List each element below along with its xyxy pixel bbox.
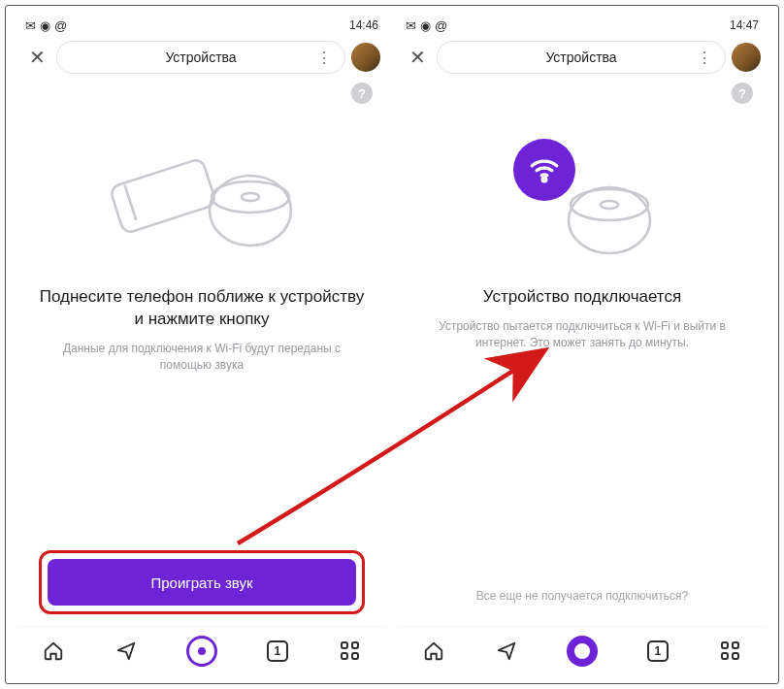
tabs-count: 1: [654, 644, 661, 658]
illustration-phone-speaker: [39, 123, 365, 269]
status-bar: ✉ ◉ @ 14:47: [398, 15, 767, 36]
subtext: Данные для подключения к Wi-Fi будут пер…: [39, 341, 365, 374]
svg-point-3: [212, 181, 289, 213]
at-icon: @: [54, 18, 67, 33]
title-pill[interactable]: Устройства ⋮: [56, 41, 345, 74]
status-left-icons: ✉ ◉ @: [25, 18, 67, 33]
illustration-wifi-speaker: [419, 123, 745, 269]
help-icon[interactable]: ?: [732, 82, 753, 104]
status-bar: ✉ ◉ @ 14:46: [17, 15, 386, 36]
menu-grid-icon[interactable]: [718, 639, 743, 664]
header-bar: ✕ Устройства ⋮: [17, 36, 386, 79]
troubleshoot-link[interactable]: Все еще не получается подключиться?: [419, 589, 745, 603]
avatar[interactable]: [732, 43, 761, 72]
menu-grid-icon[interactable]: [338, 639, 363, 664]
at-icon: @: [435, 18, 447, 33]
heading: Устройство подключается: [419, 286, 745, 309]
whatsapp-icon: ◉: [420, 18, 431, 33]
home-icon[interactable]: [41, 639, 66, 664]
svg-rect-0: [110, 158, 217, 234]
mail-icon: ✉: [406, 18, 416, 33]
alice-icon[interactable]: [567, 636, 598, 667]
play-sound-label: Проиграть звук: [150, 574, 252, 591]
bottom-nav: 1: [398, 626, 767, 674]
close-button[interactable]: ✕: [23, 44, 50, 71]
play-sound-button[interactable]: Проиграть звук: [48, 559, 356, 606]
phone-screen-left: ✉ ◉ @ 14:46 ✕ Устройства ⋮ ? Поднесите т…: [17, 15, 386, 674]
svg-point-5: [542, 178, 546, 181]
content-area: ? Поднесите телефон поближе к устройству…: [17, 79, 386, 626]
alice-icon[interactable]: [186, 636, 217, 667]
whatsapp-icon: ◉: [40, 18, 50, 33]
tabs-icon[interactable]: 1: [645, 639, 670, 664]
content-area: ? Устройство подключается Устройство пыт…: [398, 79, 767, 626]
status-left-icons: ✉ ◉ @: [406, 18, 447, 33]
subtext: Устройство пытается подключиться к Wi-Fi…: [419, 318, 745, 351]
bottom-nav: 1: [17, 626, 386, 674]
send-icon[interactable]: [494, 639, 519, 664]
home-icon[interactable]: [421, 639, 446, 664]
close-button[interactable]: ✕: [404, 44, 431, 71]
svg-point-4: [242, 193, 259, 201]
avatar[interactable]: [351, 43, 380, 72]
mail-icon: ✉: [25, 18, 36, 33]
svg-point-7: [571, 189, 648, 220]
clock: 14:46: [349, 18, 378, 32]
page-title: Устройства: [545, 49, 616, 65]
more-icon[interactable]: ⋮: [697, 49, 713, 67]
phone-screen-right: ✉ ◉ @ 14:47 ✕ Устройства ⋮ ?: [398, 15, 767, 674]
send-icon[interactable]: [114, 639, 139, 664]
title-pill[interactable]: Устройства ⋮: [437, 41, 726, 74]
header-bar: ✕ Устройства ⋮: [398, 36, 767, 79]
clock: 14:47: [730, 18, 759, 32]
svg-line-1: [125, 185, 137, 220]
svg-point-8: [601, 201, 618, 209]
annotation-highlight: Проиграть звук: [39, 550, 365, 614]
page-title: Устройства: [165, 49, 236, 65]
heading: Поднесите телефон поближе к устройству и…: [39, 286, 365, 331]
more-icon[interactable]: ⋮: [316, 49, 333, 67]
help-icon[interactable]: ?: [351, 82, 373, 104]
tabs-count: 1: [274, 644, 280, 658]
tabs-icon[interactable]: 1: [265, 639, 290, 664]
